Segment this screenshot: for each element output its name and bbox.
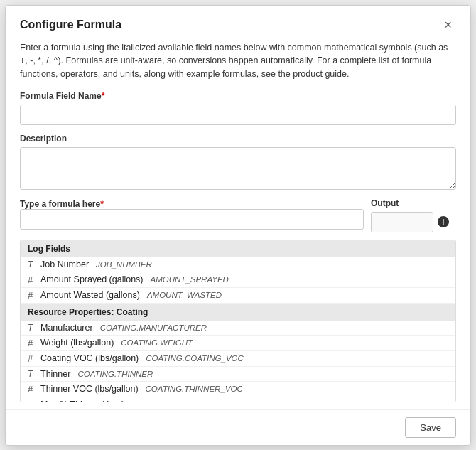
save-button[interactable]: Save (405, 417, 456, 438)
modal-footer: Save (6, 409, 470, 445)
info-icon[interactable]: i (438, 216, 449, 227)
output-label: Output (371, 198, 456, 208)
field-name: Coating VOC (lbs/gallon) (40, 353, 139, 363)
type-icon-t: T (28, 259, 36, 269)
field-code: JOB_NUMBER (96, 260, 152, 269)
modal-overlay: Configure Formula × Enter a formula usin… (0, 0, 476, 450)
field-name: Amount Sprayed (gallons) (40, 274, 144, 284)
field-row-weight: # Weight (lbs/gallon) COATING.WEIGHT (21, 336, 455, 351)
formula-row: Type a formula here* Output i (20, 198, 456, 232)
configure-formula-modal: Configure Formula × Enter a formula usin… (5, 5, 471, 446)
type-icon-t: T (28, 323, 36, 333)
field-row-amount-sprayed: # Amount Sprayed (gallons) AMOUNT_SPRAYE… (21, 272, 455, 288)
field-code: AMOUNT_SPRAYED (151, 275, 229, 284)
field-code: COATING.MAX_THINNER_USED (131, 400, 256, 402)
modal-body: Enter a formula using the italicized ava… (6, 41, 470, 409)
field-row-amount-wasted: # Amount Wasted (gallons) AMOUNT_WASTED (21, 288, 455, 304)
log-fields-header: Log Fields (21, 240, 455, 257)
field-code: COATING.WEIGHT (121, 338, 193, 347)
formula-field-name-input[interactable] (20, 105, 456, 125)
type-icon-hash: # (28, 400, 36, 402)
field-row-manufacturer: T Manufacturer COATING.MANUFACTURER (21, 321, 455, 336)
field-name: Weight (lbs/gallon) (40, 338, 114, 348)
description-text: Enter a formula using the italicized ava… (20, 41, 456, 81)
field-code: COATING.MANUFACTURER (100, 323, 207, 332)
fields-table: Log Fields T Job Number JOB_NUMBER # Amo… (20, 240, 456, 402)
field-name: Thinner VOC (lbs/gallon) (40, 384, 139, 394)
output-wrap: Output i (371, 198, 456, 232)
field-row-job-number: T Job Number JOB_NUMBER (21, 257, 455, 272)
formula-input[interactable] (20, 209, 364, 230)
field-name: Manufacturer (40, 323, 93, 333)
field-code: AMOUNT_WASTED (147, 291, 222, 299)
field-name: Thinner (40, 369, 70, 379)
type-icon-hash: # (28, 353, 36, 364)
required-star: * (102, 91, 105, 101)
modal-header: Configure Formula × (6, 6, 470, 41)
field-name: Amount Wasted (gallons) (40, 290, 140, 300)
field-row-coating-voc: # Coating VOC (lbs/gallon) COATING.COATI… (21, 351, 455, 367)
type-icon-hash: # (28, 384, 36, 395)
type-formula-label: Type a formula here* (20, 199, 104, 209)
field-code: COATING.THINNER_VOC (146, 385, 243, 393)
modal-title: Configure Formula (20, 18, 121, 31)
close-button[interactable]: × (440, 17, 456, 33)
type-icon-t: T (28, 369, 36, 379)
resource-header: Resource Properties: Coating (21, 304, 455, 321)
output-field: i (371, 212, 456, 232)
field-code: COATING.THINNER (77, 370, 153, 378)
type-icon-hash: # (28, 290, 36, 301)
field-row-max-thinner: # Max % Thinner Used COATING.MAX_THINNER… (21, 397, 455, 402)
field-name: Max % Thinner Used (40, 400, 124, 402)
description-textarea[interactable] (20, 147, 456, 190)
field-row-thinner-voc: # Thinner VOC (lbs/gallon) COATING.THINN… (21, 382, 455, 397)
field-name: Job Number (40, 259, 89, 269)
output-input[interactable] (371, 212, 433, 232)
formula-field-name-label: Formula Field Name* (20, 91, 456, 101)
description-label: Description (20, 134, 456, 144)
type-icon-hash: # (28, 338, 36, 348)
field-code: COATING.COATING_VOC (146, 354, 244, 363)
type-icon-hash: # (28, 274, 36, 285)
formula-input-wrap: Type a formula here* (20, 198, 364, 230)
formula-required-star: * (100, 199, 104, 209)
field-row-thinner: T Thinner COATING.THINNER (21, 367, 455, 382)
